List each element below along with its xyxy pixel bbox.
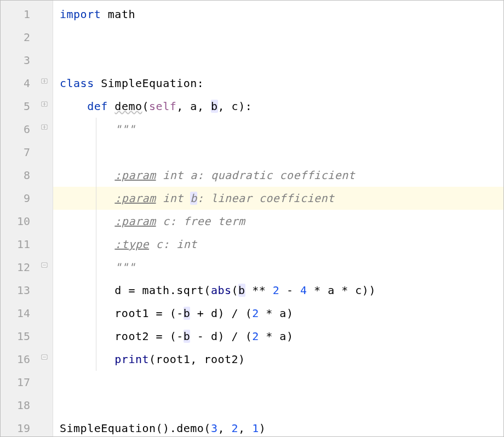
line-number[interactable]: 13 bbox=[1, 279, 39, 302]
line-number[interactable]: 9 bbox=[1, 187, 39, 210]
code-area[interactable]: import math class SimpleEquation: def de… bbox=[53, 1, 503, 436]
code-line[interactable]: """ bbox=[53, 256, 503, 279]
builtin-print: print bbox=[114, 353, 149, 366]
doc-b-ref: b bbox=[190, 192, 197, 205]
code-line[interactable] bbox=[53, 394, 503, 417]
fold-open-icon[interactable] bbox=[40, 123, 49, 131]
line-number-column: 1 2 3 4 5 6 7 8 9 10 11 12 13 14 15 16 1… bbox=[1, 1, 39, 437]
line-number[interactable]: 3 bbox=[1, 49, 39, 72]
line-number[interactable]: 2 bbox=[1, 26, 39, 49]
code-line[interactable] bbox=[53, 371, 503, 394]
fold-close-icon[interactable] bbox=[40, 261, 49, 269]
line-number[interactable]: 14 bbox=[1, 302, 39, 325]
code-editor[interactable]: 1 2 3 4 5 6 7 8 9 10 11 12 13 14 15 16 1… bbox=[1, 1, 503, 436]
doc-tag-type: :type bbox=[114, 238, 149, 251]
code-line[interactable]: """ bbox=[53, 118, 503, 141]
colon: : bbox=[197, 77, 204, 90]
fold-open-icon[interactable] bbox=[40, 100, 49, 108]
doc-tag-param: :param bbox=[114, 169, 156, 182]
line-number[interactable]: 12 bbox=[1, 256, 39, 279]
code-line-current[interactable]: :param int b: linear coefficient bbox=[53, 187, 503, 210]
var-b: b bbox=[184, 330, 191, 343]
line-number[interactable]: 7 bbox=[1, 141, 39, 164]
class-name: SimpleEquation bbox=[101, 77, 197, 90]
line-number[interactable]: 19 bbox=[1, 417, 39, 437]
line-number[interactable]: 18 bbox=[1, 394, 39, 417]
docstring-close: """ bbox=[114, 261, 135, 274]
line-number[interactable]: 6 bbox=[1, 118, 39, 141]
fold-close-icon[interactable] bbox=[40, 353, 49, 361]
code-line[interactable] bbox=[53, 141, 503, 164]
function-name: demo bbox=[114, 100, 142, 113]
code-line[interactable]: print(root1, root2) bbox=[53, 348, 503, 371]
line-number[interactable]: 10 bbox=[1, 210, 39, 233]
code-line[interactable]: root2 = (-b - d) / (2 * a) bbox=[53, 325, 503, 348]
gutter: 1 2 3 4 5 6 7 8 9 10 11 12 13 14 15 16 1… bbox=[1, 1, 53, 436]
doc-tag-param: :param bbox=[114, 192, 156, 205]
code-line[interactable]: import math bbox=[53, 3, 503, 26]
code-line[interactable]: def demo(self, a, b, c): bbox=[53, 95, 503, 118]
param-b: b bbox=[211, 100, 218, 113]
code-line[interactable] bbox=[53, 26, 503, 49]
line-number[interactable]: 1 bbox=[1, 3, 39, 26]
module-name: math bbox=[108, 8, 135, 21]
keyword-import: import bbox=[60, 8, 101, 21]
var-b: b bbox=[184, 307, 191, 320]
code-line[interactable]: :type c: int bbox=[53, 233, 503, 256]
self-param: self bbox=[149, 100, 176, 113]
code-line[interactable]: root1 = (-b + d) / (2 * a) bbox=[53, 302, 503, 325]
var-b: b bbox=[238, 284, 245, 297]
line-number[interactable]: 11 bbox=[1, 233, 39, 256]
doc-tag-param: :param bbox=[114, 215, 156, 228]
docstring-open: """ bbox=[114, 123, 135, 136]
line-number[interactable]: 4 bbox=[1, 72, 39, 95]
line-number[interactable]: 17 bbox=[1, 371, 39, 394]
code-line[interactable]: :param c: free term bbox=[53, 210, 503, 233]
line-number[interactable]: 5 bbox=[1, 95, 39, 118]
line-number[interactable]: 15 bbox=[1, 325, 39, 348]
code-line[interactable]: SimpleEquation().demo(3, 2, 1) bbox=[53, 417, 503, 437]
code-line[interactable]: :param int a: quadratic coefficient bbox=[53, 164, 503, 187]
fold-open-icon[interactable] bbox=[40, 77, 49, 85]
code-line[interactable]: d = math.sqrt(abs(b ** 2 - 4 * a * c)) bbox=[53, 279, 503, 302]
code-line[interactable]: class SimpleEquation: bbox=[53, 72, 503, 95]
keyword-def: def bbox=[87, 100, 108, 113]
code-line[interactable] bbox=[53, 49, 503, 72]
line-number[interactable]: 16 bbox=[1, 348, 39, 371]
keyword-class: class bbox=[60, 77, 94, 90]
builtin-abs: abs bbox=[211, 284, 232, 297]
line-number[interactable]: 8 bbox=[1, 164, 39, 187]
fold-column bbox=[39, 1, 53, 436]
